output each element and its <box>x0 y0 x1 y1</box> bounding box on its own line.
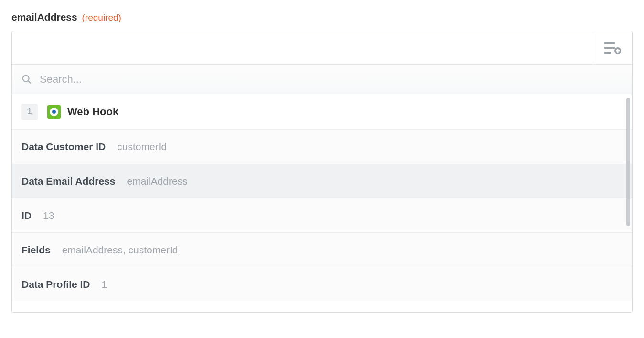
dropdown-panel: 1 Web Hook Data Customer IDcustomerIdDat… <box>12 65 632 312</box>
svg-rect-2 <box>604 52 611 54</box>
option-label: ID <box>21 210 32 221</box>
bottom-spacer <box>12 301 632 312</box>
required-tag: (required) <box>82 12 121 22</box>
option-value: 1 <box>102 279 107 290</box>
option-value: emailAddress, customerId <box>62 244 178 256</box>
value-input[interactable] <box>12 31 593 64</box>
field-container: 1 Web Hook Data Customer IDcustomerIdDat… <box>11 31 633 313</box>
option-label: Fields <box>21 244 51 256</box>
value-row <box>12 31 632 65</box>
field-name: emailAddress <box>11 11 77 22</box>
option-label: Data Email Address <box>21 175 115 187</box>
svg-rect-5 <box>616 50 620 51</box>
svg-rect-1 <box>604 47 615 49</box>
option-value: 13 <box>43 210 54 221</box>
option-label: Data Customer ID <box>21 141 106 153</box>
option-row[interactable]: Data Email AddressemailAddress <box>12 164 632 198</box>
option-row[interactable]: Data Customer IDcustomerId <box>12 130 632 164</box>
step-number: 1 <box>27 107 32 117</box>
option-label: Data Profile ID <box>21 279 90 290</box>
step-badge: 1 <box>21 104 38 120</box>
option-value: customerId <box>117 141 167 153</box>
search-input[interactable] <box>40 73 623 86</box>
source-row[interactable]: 1 Web Hook <box>12 94 632 130</box>
svg-rect-0 <box>604 42 615 44</box>
options-list: 1 Web Hook Data Customer IDcustomerIdDat… <box>12 94 632 301</box>
search-icon <box>21 74 32 85</box>
search-row <box>12 65 632 94</box>
svg-line-7 <box>28 80 31 83</box>
option-row[interactable]: Data Profile ID1 <box>12 267 632 301</box>
source-name: Web Hook <box>67 106 118 118</box>
webhook-app-icon <box>47 105 61 119</box>
option-row[interactable]: ID13 <box>12 198 632 233</box>
insert-data-button[interactable] <box>593 31 632 64</box>
scrollbar-thumb[interactable] <box>626 98 630 226</box>
option-row[interactable]: FieldsemailAddress, customerId <box>12 233 632 267</box>
svg-point-6 <box>23 75 29 81</box>
insert-data-icon <box>604 41 622 55</box>
field-label: emailAddress (required) <box>11 11 633 23</box>
option-value: emailAddress <box>127 175 187 187</box>
